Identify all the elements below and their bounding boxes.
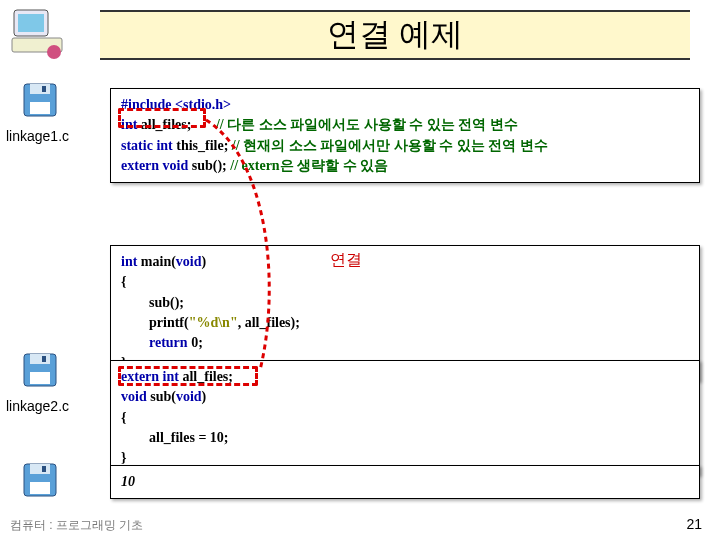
code: ): [202, 254, 207, 269]
output: 10: [121, 472, 689, 492]
kw: int: [121, 117, 137, 132]
svg-rect-14: [30, 482, 50, 494]
code-block-3: extern int all_files; void sub(void) { a…: [110, 360, 700, 475]
disk-icon: [20, 80, 60, 120]
comment: // extern은 생략할 수 있음: [230, 158, 388, 173]
kw: void: [176, 254, 202, 269]
disk-icon: [20, 350, 60, 390]
footer-text: 컴퓨터 : 프로그래밍 기초: [10, 517, 143, 534]
kw: return: [149, 335, 188, 350]
code: printf(: [121, 315, 189, 330]
code: this_file;: [173, 138, 232, 153]
kw: extern void: [121, 158, 188, 173]
slide-header: 연결 예제: [0, 0, 720, 70]
file2-label: linkage2.c: [6, 398, 101, 414]
code: sub(: [147, 389, 176, 404]
code: {: [121, 272, 689, 292]
code-block-1: #include <stdio.h> int all_files; // 다른 …: [110, 88, 700, 183]
code: 0;: [188, 335, 203, 350]
code: [121, 335, 149, 350]
kw: static int: [121, 138, 173, 153]
svg-rect-5: [30, 84, 50, 94]
code-line: #include <stdio.h>: [121, 97, 231, 112]
code: ): [202, 389, 207, 404]
file1-label: linkage1.c: [6, 128, 101, 144]
title-band: 연결 예제: [100, 10, 690, 60]
code: sub();: [121, 293, 689, 313]
comment: // 다른 소스 파일에서도 사용할 수 있는 전역 변수: [216, 117, 518, 132]
comment: // 현재의 소스 파일에서만 사용할 수 있는 전역 변수: [232, 138, 548, 153]
string: "%d\n": [189, 315, 238, 330]
svg-rect-1: [18, 14, 44, 32]
code: {: [121, 408, 689, 428]
linkage-label: 연결: [330, 250, 362, 271]
code: all_files = 10;: [121, 428, 689, 448]
code: sub();: [188, 158, 230, 173]
svg-rect-9: [30, 354, 50, 364]
computer-icon: [8, 6, 68, 61]
kw: int: [121, 254, 137, 269]
page-number: 21: [686, 516, 702, 532]
kw: void: [176, 389, 202, 404]
code: main(: [137, 254, 176, 269]
disk-icon: [20, 460, 60, 500]
svg-rect-13: [30, 464, 50, 474]
svg-rect-6: [30, 102, 50, 114]
code: , all_files);: [238, 315, 300, 330]
code: all_files;: [137, 117, 191, 132]
output-block: 10: [110, 465, 700, 499]
kw: void: [121, 389, 147, 404]
slide-title: 연결 예제: [327, 13, 464, 57]
svg-rect-15: [42, 466, 46, 472]
code: all_files;: [179, 369, 233, 384]
kw: extern int: [121, 369, 179, 384]
svg-rect-10: [30, 372, 50, 384]
svg-point-3: [47, 45, 61, 59]
svg-rect-7: [42, 86, 46, 92]
svg-rect-11: [42, 356, 46, 362]
